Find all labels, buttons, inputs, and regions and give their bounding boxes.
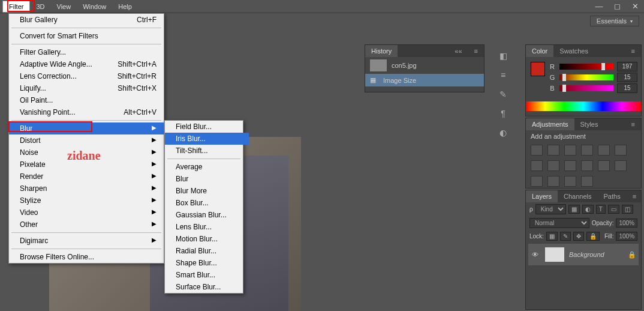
menu-item[interactable]: Digimarc▶	[9, 235, 164, 247]
filter-adj-icon[interactable]: ◐	[582, 205, 594, 214]
r-value[interactable]: 197	[617, 62, 637, 71]
menu-item[interactable]: Vanishing Point...Alt+Ctrl+V	[9, 106, 164, 118]
filter-type-icon[interactable]: T	[596, 205, 606, 214]
styles-tab[interactable]: Styles	[574, 118, 604, 130]
adj-thresh-icon[interactable]	[531, 176, 543, 187]
filter-smart-icon[interactable]: ◫	[622, 205, 633, 214]
adj-poster-icon[interactable]	[615, 160, 627, 171]
submenu-item[interactable]: Gaussian Blur...	[165, 209, 249, 221]
b-value[interactable]: 15	[617, 83, 637, 93]
adj-more-icon[interactable]	[581, 176, 593, 187]
workspace-switcher[interactable]: Essentials ▾	[590, 16, 639, 26]
dock-icon[interactable]: ≡	[498, 70, 508, 80]
lock-all-icon[interactable]: 🔒	[586, 232, 600, 241]
menu-view[interactable]: View	[51, 1, 77, 12]
adj-curves-icon[interactable]	[564, 145, 576, 156]
lock-trans-icon[interactable]: ▦	[546, 232, 558, 241]
dock-icon[interactable]: ¶	[498, 108, 508, 119]
submenu-item[interactable]: Blur More	[165, 185, 249, 197]
dock-icon[interactable]: ✎	[498, 89, 508, 100]
close-button[interactable]: ✕	[626, 0, 644, 12]
fill-value[interactable]: 100%	[616, 232, 637, 241]
lock-paint-icon[interactable]: ✎	[560, 232, 571, 241]
adj-photo-icon[interactable]	[547, 160, 559, 171]
dock-icon[interactable]: ◐	[498, 127, 508, 138]
menu-item[interactable]: Adaptive Wide Angle...Shift+Ctrl+A	[9, 58, 164, 70]
b-slider[interactable]	[559, 85, 613, 91]
panel-menu-icon[interactable]: ≡	[625, 118, 641, 130]
adj-invert-icon[interactable]	[598, 160, 610, 171]
menu-item[interactable]: Blur▶	[9, 122, 164, 134]
menu-item[interactable]: Oil Paint...	[9, 94, 164, 106]
g-value[interactable]: 15	[617, 73, 637, 82]
adj-mixer-icon[interactable]	[564, 160, 576, 171]
filter-shape-icon[interactable]: ▭	[608, 205, 619, 214]
history-tab[interactable]: History	[365, 45, 398, 57]
submenu-item[interactable]: Shape Blur...	[165, 257, 249, 269]
menu-filter[interactable]: Filter	[2, 1, 30, 13]
filter-pixel-icon[interactable]: ▦	[568, 205, 580, 214]
panel-menu-icon[interactable]: ≡	[625, 45, 641, 57]
history-step[interactable]: ▦ Image Size	[365, 74, 484, 86]
submenu-item[interactable]: Blur	[165, 173, 249, 185]
submenu-item[interactable]: Tilt-Shift...	[165, 145, 249, 157]
visibility-icon[interactable]: 👁	[532, 251, 540, 258]
adj-grad-icon[interactable]	[547, 176, 559, 187]
minimize-button[interactable]: —	[590, 0, 608, 12]
adj-exposure-icon[interactable]	[581, 145, 593, 156]
layer-thumbnail	[545, 247, 564, 262]
lock-pos-icon[interactable]: ✥	[573, 232, 584, 241]
menu-item[interactable]: Other▶	[9, 219, 164, 231]
adj-hue-icon[interactable]	[615, 145, 627, 156]
layer-filter-kind[interactable]: Kind	[535, 204, 566, 214]
menu-item[interactable]: Browse Filters Online...	[9, 251, 164, 263]
menu-item[interactable]: Lens Correction...Shift+Ctrl+R	[9, 70, 164, 82]
menu-help[interactable]: Help	[112, 1, 138, 12]
color-spectrum[interactable]	[526, 101, 641, 111]
menu-item[interactable]: Convert for Smart Filters	[9, 30, 164, 42]
submenu-item[interactable]: Radial Blur...	[165, 245, 249, 257]
maximize-button[interactable]: ◻	[608, 0, 626, 12]
color-tab[interactable]: Color	[526, 45, 553, 57]
menu-item[interactable]: Video▶	[9, 207, 164, 219]
submenu-item[interactable]: Motion Blur...	[165, 233, 249, 245]
submenu-item[interactable]: Average	[165, 161, 249, 173]
adj-select-icon[interactable]	[564, 176, 576, 187]
adj-lookup-icon[interactable]	[581, 160, 593, 171]
swatches-tab[interactable]: Swatches	[553, 45, 594, 57]
adj-levels-icon[interactable]	[547, 145, 559, 156]
adjustments-tab[interactable]: Adjustments	[526, 118, 574, 130]
panel-menu-icon[interactable]: ≡	[627, 190, 642, 202]
opacity-value[interactable]: 100%	[616, 219, 637, 228]
history-source[interactable]: con5.jpg	[365, 57, 484, 74]
dock-icon[interactable]: ◧	[498, 50, 508, 61]
layers-tab[interactable]: Layers	[526, 190, 558, 202]
adj-brightness-icon[interactable]	[531, 145, 543, 156]
submenu-item[interactable]: Box Blur...	[165, 197, 249, 209]
menu-item[interactable]: Stylize▶	[9, 195, 164, 207]
blend-mode-select[interactable]: Normal	[529, 218, 589, 228]
foreground-color-swatch[interactable]	[531, 62, 545, 76]
menu-item[interactable]: Distort▶	[9, 134, 164, 146]
channels-tab[interactable]: Channels	[558, 190, 597, 202]
menu-item[interactable]: Render▶	[9, 171, 164, 183]
g-slider[interactable]	[559, 74, 613, 80]
submenu-item[interactable]: Iris Blur...	[165, 133, 249, 145]
menu-window[interactable]: Window	[77, 1, 112, 12]
menu-item[interactable]: Sharpen▶	[9, 183, 164, 195]
menu-item[interactable]: Blur GalleryCtrl+F	[9, 14, 164, 26]
menu-3d[interactable]: 3D	[30, 1, 50, 12]
submenu-item[interactable]: Surface Blur...	[165, 281, 249, 293]
menu-item[interactable]: Liquify...Shift+Ctrl+X	[9, 82, 164, 94]
panel-collapse-icon[interactable]: ««	[449, 45, 468, 57]
menu-item[interactable]: Filter Gallery...	[9, 46, 164, 58]
submenu-item[interactable]: Field Blur...	[165, 121, 249, 133]
adj-vibrance-icon[interactable]	[598, 145, 610, 156]
r-slider[interactable]	[559, 64, 613, 70]
submenu-item[interactable]: Smart Blur...	[165, 269, 249, 281]
paths-tab[interactable]: Paths	[598, 190, 627, 202]
panel-menu-icon[interactable]: ≡	[468, 45, 484, 57]
adj-bw-icon[interactable]	[531, 160, 543, 171]
layer-background[interactable]: 👁 Background 🔒	[528, 244, 639, 265]
submenu-item[interactable]: Lens Blur...	[165, 221, 249, 233]
